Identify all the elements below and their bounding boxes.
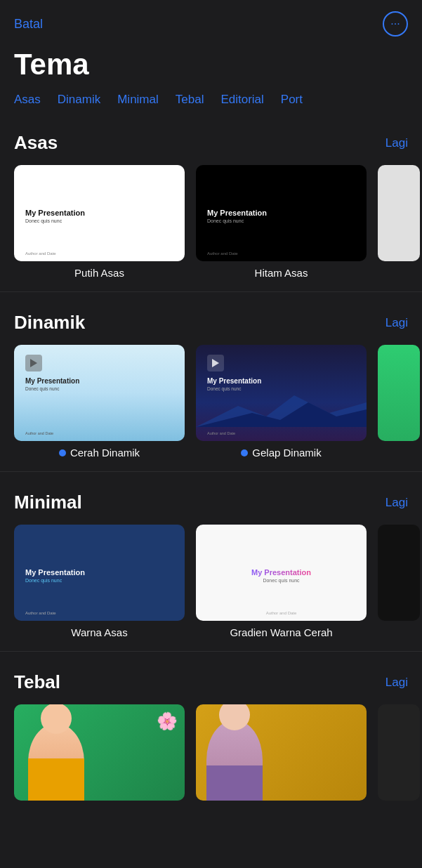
theme-label-cerah-dinamik: Cerah Dinamik xyxy=(70,447,140,459)
theme-warna-asas[interactable]: My Presentation Donec quis nunc Author a… xyxy=(14,525,185,638)
section-tebal-title: Tebal xyxy=(14,671,60,693)
flower-decoration: 🌸 xyxy=(157,711,178,731)
divider-asas-dinamik xyxy=(0,291,422,292)
minimal-more-button[interactable]: Lagi xyxy=(385,496,408,510)
tab-tebal[interactable]: Tebal xyxy=(176,93,204,107)
tab-asas[interactable]: Asas xyxy=(14,93,41,107)
section-dinamik-header: Dinamik Lagi xyxy=(14,312,408,334)
thumb-subtitle: Donec quis nunc xyxy=(263,578,299,583)
dot-cerah xyxy=(59,449,66,456)
person-shirt-2 xyxy=(206,765,263,801)
thumb-cerah-dinamik: My Presentation Donec quis nunc Author a… xyxy=(14,345,185,441)
theme-dinamik-partial[interactable] xyxy=(378,345,420,459)
thumb-subtitle: Donec quis nunc xyxy=(207,218,355,223)
theme-label-gelap-dinamik: Gelap Dinamik xyxy=(252,447,321,459)
play-triangle xyxy=(212,359,219,367)
divider-minimal-tebal xyxy=(0,651,422,652)
thumb-minimal-partial xyxy=(378,525,420,621)
dot-gelap xyxy=(241,449,248,456)
section-minimal-header: Minimal Lagi xyxy=(14,492,408,513)
thumb-title: My Presentation xyxy=(25,377,173,385)
theme-minimal-partial[interactable] xyxy=(378,525,420,638)
theme-label-gradien-warna-cerah: Gradien Warna Cerah xyxy=(230,626,332,638)
cancel-button[interactable]: Batal xyxy=(14,17,43,32)
tab-editorial[interactable]: Editorial xyxy=(220,93,263,107)
thumb-subtitle: Donec quis nunc xyxy=(207,386,355,391)
dinamik-more-button[interactable]: Lagi xyxy=(385,316,408,330)
section-minimal-title: Minimal xyxy=(14,492,82,513)
thumb-hitam-asas: My Presentation Donec quis nunc Author a… xyxy=(196,165,367,261)
more-icon: ··· xyxy=(390,18,400,30)
thumb-subtitle: Donec quis nunc xyxy=(25,578,173,583)
tebal-more-button[interactable]: Lagi xyxy=(385,676,408,690)
thumb-black-basic-inner: My Presentation Donec quis nunc Author a… xyxy=(196,165,367,261)
theme-hitam-asas[interactable]: My Presentation Donec quis nunc Author a… xyxy=(196,165,367,279)
tebal-cards-row: 🌸 xyxy=(14,704,408,801)
play-icon-cerah xyxy=(25,355,42,371)
asas-cards-row: My Presentation Donec quis nunc Author a… xyxy=(14,165,408,279)
theme-asas-partial[interactable] xyxy=(378,165,420,279)
section-asas-header: Asas Lagi xyxy=(14,132,408,154)
theme-label-putih-asas: Putih Asas xyxy=(74,267,124,279)
thumb-asas-partial xyxy=(378,165,420,261)
theme-tebal-1[interactable]: 🌸 xyxy=(14,704,185,801)
theme-cerah-dinamik[interactable]: My Presentation Donec quis nunc Author a… xyxy=(14,345,185,459)
dot-label-cerah: Cerah Dinamik xyxy=(59,447,140,459)
section-asas-title: Asas xyxy=(14,132,58,154)
tabs-row: Asas Dinamik Minimal Tebal Editorial Por… xyxy=(0,93,422,118)
thumb-warna-inner: My Presentation Donec quis nunc Author a… xyxy=(14,525,185,621)
dot-label-gelap: Gelap Dinamik xyxy=(241,447,321,459)
thumb-gradien-warna-cerah: My Presentation Donec quis nunc Author a… xyxy=(196,525,367,621)
theme-gelap-dinamik[interactable]: My Presentation Donec quis nunc Author a… xyxy=(196,345,367,459)
thumb-author: Author and Date xyxy=(266,611,297,615)
photo-overlay: 🌸 xyxy=(14,704,185,801)
tab-minimal[interactable]: Minimal xyxy=(117,93,159,107)
section-dinamik: Dinamik Lagi My Presentation Donec quis … xyxy=(0,298,422,466)
dinamik-cards-row: My Presentation Donec quis nunc Author a… xyxy=(14,345,408,459)
header: Batal ··· xyxy=(0,0,422,42)
person-shirt xyxy=(28,758,84,801)
section-dinamik-title: Dinamik xyxy=(14,312,85,334)
thumb-warna-asas: My Presentation Donec quis nunc Author a… xyxy=(14,525,185,621)
thumb-tebal-2 xyxy=(196,704,367,801)
section-tebal-header: Tebal Lagi xyxy=(14,671,408,693)
thumb-author: Author and Date xyxy=(25,611,56,615)
divider-dinamik-minimal xyxy=(0,471,422,472)
thumb-subtitle: Donec quis nunc xyxy=(25,386,173,391)
thumb-putih-asas: My Presentation Donec quis nunc Author a… xyxy=(14,165,185,261)
thumb-gelap-dinamik: My Presentation Donec quis nunc Author a… xyxy=(196,345,367,441)
thumb-title: My Presentation xyxy=(251,568,311,577)
thumb-title: My Presentation xyxy=(207,209,355,217)
photo-overlay-2 xyxy=(196,704,367,801)
more-options-button[interactable]: ··· xyxy=(383,11,408,37)
section-tebal: Tebal Lagi 🌸 xyxy=(0,657,422,808)
mountain-svg xyxy=(196,392,367,427)
thumb-cerah-inner: My Presentation Donec quis nunc Author a… xyxy=(14,345,185,441)
thumb-author: Author and Date xyxy=(207,251,238,256)
thumb-gelap-inner: My Presentation Donec quis nunc Author a… xyxy=(196,345,367,441)
thumb-title: My Presentation xyxy=(25,568,173,577)
thumb-gradien-inner: My Presentation Donec quis nunc Author a… xyxy=(196,525,367,621)
theme-putih-asas[interactable]: My Presentation Donec quis nunc Author a… xyxy=(14,165,185,279)
thumb-white-basic-inner: My Presentation Donec quis nunc Author a… xyxy=(14,165,185,261)
thumb-title: My Presentation xyxy=(207,377,355,385)
section-minimal: Minimal Lagi My Presentation Donec quis … xyxy=(0,478,422,645)
thumb-subtitle: Donec quis nunc xyxy=(25,218,173,223)
theme-tebal-2[interactable] xyxy=(196,704,367,801)
asas-more-button[interactable]: Lagi xyxy=(385,136,408,150)
tab-dinamik[interactable]: Dinamik xyxy=(58,93,100,107)
theme-label-hitam-asas: Hitam Asas xyxy=(255,267,308,279)
thumb-author: Author and Date xyxy=(207,431,235,435)
theme-label-warna-asas: Warna Asas xyxy=(71,626,127,638)
play-icon-gelap xyxy=(207,355,224,371)
tab-port[interactable]: Port xyxy=(281,93,303,107)
theme-tebal-partial[interactable] xyxy=(378,704,420,801)
thumb-author: Author and Date xyxy=(25,251,56,256)
section-asas: Asas Lagi My Presentation Donec quis nun… xyxy=(0,118,422,286)
thumb-title: My Presentation xyxy=(25,209,173,217)
thumb-tebal-1: 🌸 xyxy=(14,704,185,801)
thumb-tebal-partial xyxy=(378,704,420,801)
theme-gradien-warna-cerah[interactable]: My Presentation Donec quis nunc Author a… xyxy=(196,525,367,638)
page-title: Tema xyxy=(0,42,422,93)
person-head xyxy=(41,704,72,734)
